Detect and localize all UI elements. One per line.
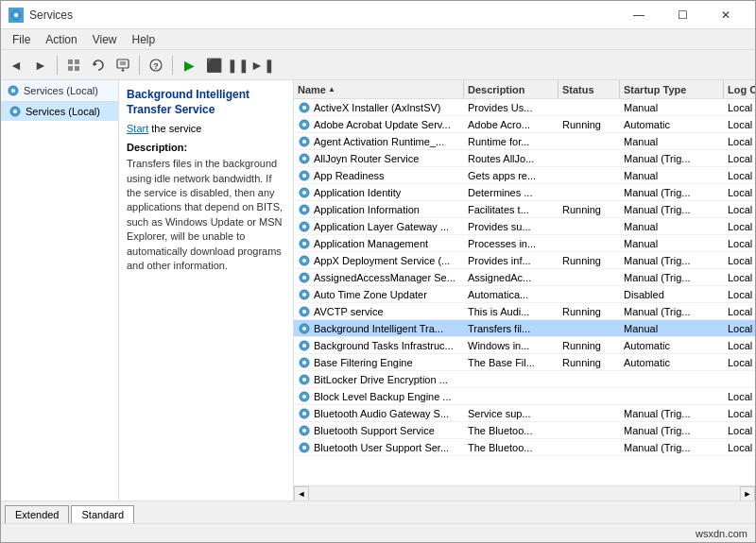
toolbar-sep-2 <box>139 56 140 75</box>
table-row[interactable]: AllJoyn Router ServiceRoutes AllJo...Man… <box>294 150 755 167</box>
table-row[interactable]: ActiveX Installer (AxInstSV)Provides Us.… <box>294 99 755 116</box>
toolbar-pause[interactable]: ❚❚ <box>227 54 249 76</box>
cell-service-name: Block Level Backup Engine ... <box>294 389 464 404</box>
tree-header-icon <box>7 84 20 97</box>
svg-point-35 <box>302 242 306 246</box>
table-row[interactable]: Bluetooth Support ServiceThe Bluetoo...M… <box>294 422 755 439</box>
cell-service-name: Bluetooth User Support Ser... <box>294 440 464 455</box>
cell-service-status: Running <box>558 254 620 267</box>
cell-service-startup: Manual <box>620 322 724 335</box>
menu-action[interactable]: Action <box>38 31 84 48</box>
cell-service-status <box>558 447 620 449</box>
cell-service-logon: Local Se... <box>724 186 755 199</box>
close-button[interactable]: ✕ <box>704 1 747 29</box>
toolbar-forward[interactable]: ► <box>29 54 52 76</box>
service-icon <box>298 152 311 165</box>
table-row[interactable]: Application InformationFacilitates t...R… <box>294 201 755 218</box>
menu-help[interactable]: Help <box>125 31 163 48</box>
title-bar-left: Services <box>9 8 73 23</box>
table-row[interactable]: Base Filtering EngineThe Base Fil...Runn… <box>294 354 755 371</box>
svg-point-49 <box>302 361 306 365</box>
svg-point-53 <box>302 395 306 399</box>
col-header-name[interactable]: Name ▲ <box>294 80 464 98</box>
table-row[interactable]: AVCTP serviceThis is Audi...RunningManua… <box>294 303 755 320</box>
cell-service-status <box>558 430 620 432</box>
desc-service-title: Background Intelligent Transfer Service <box>127 88 285 117</box>
cell-service-logon: Local Sy... <box>724 135 755 148</box>
cell-service-desc: BDESVC hosts the BitLocker Drive Encrypt… <box>464 379 558 381</box>
table-row[interactable]: Application Layer Gateway ...Provides su… <box>294 218 755 235</box>
table-row[interactable]: BitLocker Drive Encryption ...BDESVC hos… <box>294 371 755 388</box>
cell-service-desc: Determines ... <box>464 186 558 199</box>
cell-service-startup: Disabled <box>620 288 724 301</box>
col-header-status[interactable]: Status <box>558 80 620 98</box>
service-icon <box>298 441 311 454</box>
table-row[interactable]: Bluetooth Audio Gateway S...Service sup.… <box>294 405 755 422</box>
svg-point-27 <box>302 174 306 178</box>
toolbar-restart[interactable]: ►❚ <box>251 54 274 76</box>
svg-point-59 <box>302 446 306 450</box>
menu-view[interactable]: View <box>85 31 125 48</box>
tab-extended[interactable]: Extended <box>5 505 69 523</box>
table-row[interactable]: Bluetooth User Support Ser...The Bluetoo… <box>294 439 755 456</box>
toolbar-stop[interactable]: ⬛ <box>202 54 225 76</box>
toolbar-export[interactable] <box>112 54 134 76</box>
table-row[interactable]: App ReadinessGets apps re...ManualLocal … <box>294 167 755 184</box>
service-icon <box>298 339 311 352</box>
cell-service-logon: Local Sy... <box>724 271 755 284</box>
cell-service-desc: Facilitates t... <box>464 203 558 216</box>
toolbar-up[interactable] <box>62 54 85 76</box>
service-icon <box>298 169 311 182</box>
service-icon <box>298 271 311 284</box>
service-icon <box>298 101 311 114</box>
toolbar-refresh[interactable] <box>87 54 110 76</box>
cell-service-desc: Service sup... <box>464 407 558 420</box>
col-header-logon[interactable]: Log On <box>724 80 755 98</box>
svg-point-47 <box>302 344 306 348</box>
horizontal-scrollbar[interactable]: ◄ ► <box>294 485 755 501</box>
svg-point-57 <box>302 429 306 433</box>
minimize-button[interactable]: — <box>617 1 661 29</box>
cell-service-desc: Processes in... <box>464 237 558 250</box>
table-row[interactable]: Adobe Acrobat Update Serv...Adobe Acro..… <box>294 116 755 133</box>
cell-service-desc: Gets apps re... <box>464 169 558 182</box>
table-row[interactable]: Background Intelligent Tra...Transfers f… <box>294 320 755 337</box>
toolbar-back[interactable]: ◄ <box>5 54 27 76</box>
table-row[interactable]: Application ManagementProcesses in...Man… <box>294 235 755 252</box>
maximize-button[interactable]: ☐ <box>661 1 704 29</box>
table-row[interactable]: Auto Time Zone UpdaterAutomatica...Disab… <box>294 286 755 303</box>
cell-service-status <box>558 277 620 279</box>
menu-file[interactable]: File <box>5 31 38 48</box>
cell-service-logon: Local Sy... <box>724 169 755 182</box>
cell-service-desc: Adobe Acro... <box>464 118 558 131</box>
cell-service-desc: Provides su... <box>464 220 558 233</box>
service-icon <box>298 390 311 403</box>
table-row[interactable]: Block Level Backup Engine ...Local Sy... <box>294 388 755 405</box>
col-header-startup[interactable]: Startup Type <box>620 80 724 98</box>
col-header-desc[interactable]: Description <box>464 80 558 98</box>
cell-service-desc: AssignedAc... <box>464 271 558 284</box>
cell-service-name: AppX Deployment Service (... <box>294 253 464 268</box>
cell-service-status: Running <box>558 356 620 369</box>
start-service-link[interactable]: Start <box>127 123 148 134</box>
cell-service-name: Application Identity <box>294 185 464 200</box>
service-icon <box>298 237 311 250</box>
table-row[interactable]: Background Tasks Infrastruc...Windows in… <box>294 337 755 354</box>
tree-item-services-local[interactable]: Services (Local) <box>1 102 118 121</box>
main-content: Services (Local) Services (Local) Backgr… <box>1 80 755 501</box>
table-row[interactable]: Agent Activation Runtime_...Runtime for.… <box>294 133 755 150</box>
cell-service-desc: Transfers fil... <box>464 322 558 335</box>
scroll-right-arrow[interactable]: ► <box>740 486 755 501</box>
cell-service-logon: Local Sy... <box>724 118 755 131</box>
cell-service-logon: Local Se... <box>724 220 755 233</box>
tab-standard[interactable]: Standard <box>71 505 134 524</box>
table-row[interactable]: AssignedAccessManager Se...AssignedAc...… <box>294 269 755 286</box>
scroll-left-arrow[interactable]: ◄ <box>294 486 309 501</box>
cell-service-name: Agent Activation Runtime_... <box>294 134 464 149</box>
service-list-body[interactable]: ActiveX Installer (AxInstSV)Provides Us.… <box>294 99 755 485</box>
table-row[interactable]: AppX Deployment Service (...Provides inf… <box>294 252 755 269</box>
toolbar-help[interactable]: ? <box>145 54 167 76</box>
table-row[interactable]: Application IdentityDetermines ...Manual… <box>294 184 755 201</box>
toolbar-play[interactable]: ▶ <box>178 54 200 76</box>
service-icon <box>298 373 311 386</box>
